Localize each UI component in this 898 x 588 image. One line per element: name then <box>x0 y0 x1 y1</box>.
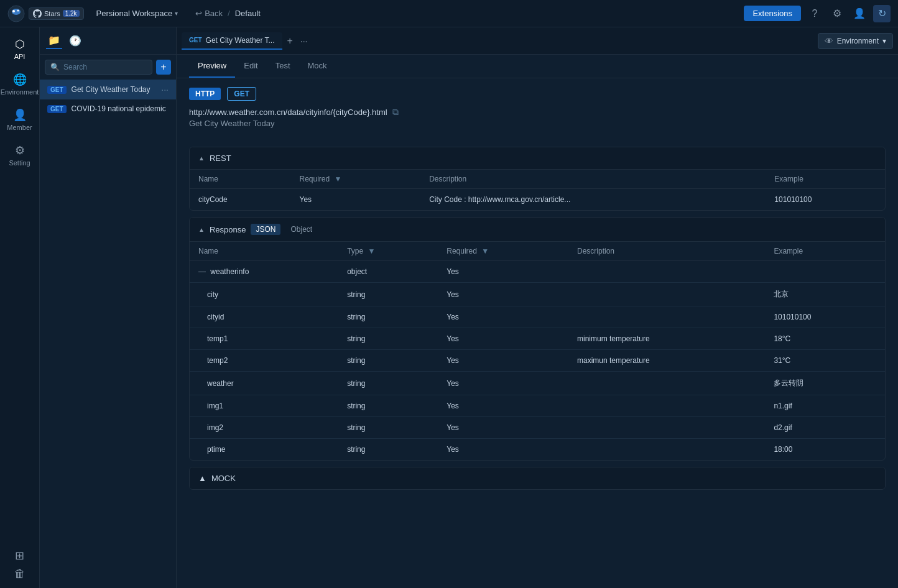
environment-icon: 🌐 <box>13 73 27 86</box>
resp-row-required: Yes <box>438 372 568 395</box>
http-badge: HTTP <box>189 88 221 100</box>
workspace-selector[interactable]: Persional Workspace ▾ <box>96 9 178 18</box>
main-content: GET Get City Weather T... + ··· 👁 Enviro… <box>177 27 898 588</box>
filter-icon-3[interactable]: ▼ <box>481 247 489 255</box>
resp-row-type: string <box>338 439 438 461</box>
sidebar-item-environment-label: Environment <box>1 88 39 96</box>
resp-row-required: Yes <box>438 439 568 461</box>
tab-weather[interactable]: GET Get City Weather T... <box>182 32 282 50</box>
response-table-row: ptime string Yes 18:00 <box>190 439 885 461</box>
sidebar-item-environment[interactable]: 🌐 Environment <box>3 68 37 101</box>
user-icon-button[interactable]: 👤 <box>851 5 868 22</box>
sidebar-item-member[interactable]: 👤 Member <box>3 103 37 136</box>
sub-tab-mock[interactable]: Mock <box>299 55 336 78</box>
http-method-row: HTTP GET <box>189 87 886 101</box>
resp-row-required: Yes <box>438 417 568 439</box>
resp-row-example: 31°C <box>765 350 885 372</box>
resp-row-description <box>568 306 765 328</box>
tab-more-button[interactable]: ··· <box>298 34 310 48</box>
resp-row-type: string <box>338 306 438 328</box>
nav-separator: / <box>228 9 230 18</box>
environment-selector[interactable]: 👁 Environment ▾ <box>818 33 893 49</box>
resp-row-required: Yes <box>438 328 568 350</box>
filter-icon-1[interactable]: ▼ <box>335 175 342 183</box>
rest-row-example: 101010100 <box>766 189 885 211</box>
resp-row-description <box>568 439 765 461</box>
rest-col-required: Required ▼ <box>290 170 420 189</box>
github-badge[interactable]: Stars 1.2k <box>29 7 84 20</box>
copy-icon[interactable]: ⧉ <box>392 107 399 117</box>
resp-row-description <box>568 372 765 395</box>
response-table-row: cityid string Yes 101010100 <box>190 306 885 328</box>
nav-default: Default <box>235 9 261 18</box>
bottom-icon-2[interactable]: 🗑 <box>14 567 25 581</box>
member-icon: 👤 <box>13 108 27 122</box>
mock-section: ▲ MOCK <box>189 467 886 490</box>
resp-col-description: Description <box>568 242 765 261</box>
bottom-icon-1[interactable]: ⊞ <box>15 549 24 563</box>
api-item-get-city-weather[interactable]: GET Get City Weather Today ··· <box>40 80 176 99</box>
resp-row-name: cityid <box>190 306 338 328</box>
api-url-section: HTTP GET http://www.weather.com.cn/data/… <box>177 78 898 140</box>
rest-table-row: cityCode Yes City Code : http://www.mca.… <box>190 189 885 211</box>
svg-point-2 <box>12 10 15 12</box>
response-table-row: temp2 string Yes maximun temperature 31°… <box>190 350 885 372</box>
resp-row-description <box>568 395 765 417</box>
back-arrow-icon: ↩ <box>195 9 202 18</box>
search-input-wrapper[interactable]: 🔍 <box>45 60 152 75</box>
response-table-header-row: Name Type ▼ Required ▼ Description Examp… <box>190 242 885 261</box>
api-item-covid19[interactable]: GET COVID-19 national epidemic <box>40 99 176 118</box>
search-icon: 🔍 <box>50 63 60 71</box>
sidebar-item-api[interactable]: ⬡ API <box>3 32 37 65</box>
api-item-more-icon[interactable]: ··· <box>161 85 169 94</box>
sub-tab-preview[interactable]: Preview <box>189 55 235 78</box>
resp-row-type: string <box>338 283 438 306</box>
back-button[interactable]: ↩ Back <box>195 9 223 18</box>
resp-col-required: Required ▼ <box>438 242 568 261</box>
api-url-text: http://www.weather.com.cn/data/cityinfo/… <box>189 108 387 117</box>
rest-section-header: ▲ REST <box>190 147 885 170</box>
response-table-row: temp1 string Yes minimum temperature 18°… <box>190 328 885 350</box>
github-count: 1.2k <box>63 10 80 17</box>
tab-add-button[interactable]: + <box>285 33 295 49</box>
sidebar-item-member-label: Member <box>7 124 32 131</box>
refresh-icon-button[interactable]: ↻ <box>873 5 891 22</box>
eye-icon: 👁 <box>825 36 833 46</box>
resp-row-example: d2.gif <box>765 417 885 439</box>
resp-row-name: city <box>190 283 338 306</box>
response-tab-json[interactable]: JSON <box>251 224 280 235</box>
help-icon-button[interactable]: ? <box>806 5 823 22</box>
env-chevron: ▾ <box>882 37 886 45</box>
sidebar-list: 📁 🕐 🔍 + GET Get City Weather Today ··· G… <box>40 27 177 588</box>
sub-tab-edit[interactable]: Edit <box>235 55 266 78</box>
method-badge-get: GET <box>47 86 67 94</box>
mock-collapse-icon[interactable]: ▲ <box>198 474 206 483</box>
mock-header: ▲ MOCK <box>190 467 885 489</box>
rest-table: Name Required ▼ Description Example city… <box>190 170 885 210</box>
response-table: Name Type ▼ Required ▼ Description Examp… <box>190 242 885 460</box>
add-api-button[interactable]: + <box>156 60 171 75</box>
tab-bar: GET Get City Weather T... + ··· 👁 Enviro… <box>177 27 898 55</box>
mock-title: MOCK <box>211 474 236 483</box>
rest-collapse-icon[interactable]: ▲ <box>198 155 205 162</box>
sidebar-item-setting[interactable]: ⚙ Setting <box>3 139 37 172</box>
filter-icon-2[interactable]: ▼ <box>368 247 375 255</box>
folder-tab-button[interactable]: 📁 <box>46 32 62 49</box>
workspace-label: Persional Workspace <box>96 9 173 18</box>
resp-row-type: string <box>338 350 438 372</box>
rest-table-header-row: Name Required ▼ Description Example <box>190 170 885 189</box>
response-collapse-icon[interactable]: ▲ <box>198 226 205 233</box>
rest-col-example: Example <box>766 170 885 189</box>
resp-row-required: Yes <box>438 261 568 283</box>
setting-icon: ⚙ <box>15 144 25 157</box>
sidebar-list-header: 📁 🕐 <box>40 27 176 55</box>
settings-icon-button[interactable]: ⚙ <box>828 5 846 22</box>
get-badge: GET <box>227 87 256 101</box>
sub-tab-test[interactable]: Test <box>267 55 299 78</box>
resp-row-example: 18:00 <box>765 439 885 461</box>
search-input[interactable] <box>63 63 147 71</box>
response-table-row: img1 string Yes n1.gif <box>190 395 885 417</box>
response-tab-object[interactable]: Object <box>285 224 317 235</box>
history-tab-button[interactable]: 🕐 <box>67 33 83 48</box>
extensions-button[interactable]: Extensions <box>744 6 801 21</box>
